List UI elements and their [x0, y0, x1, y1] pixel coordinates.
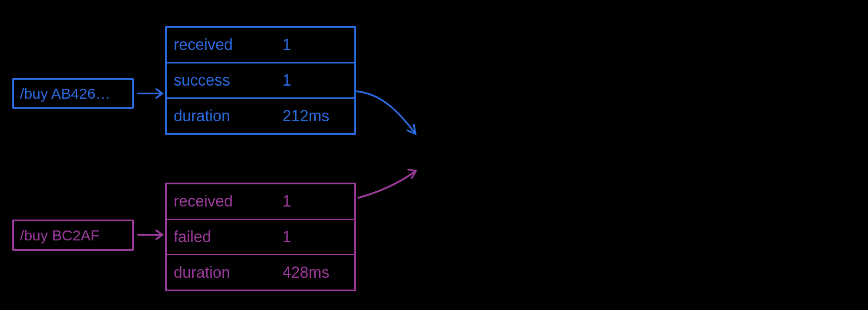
request-label-2: /buy BC2AF [20, 227, 99, 244]
metric-value: 212ms [283, 107, 354, 125]
metric-key: duration [167, 107, 283, 125]
request-label-1: /buy AB426… [20, 85, 110, 102]
metric-key: duration [167, 263, 283, 282]
metric-value: 428ms [283, 263, 354, 282]
arrow-icon [138, 230, 162, 239]
metrics-table-2: received 1 failed 1 duration 428ms [165, 183, 356, 291]
metric-key: success [167, 71, 283, 90]
table-row: received 1 [167, 184, 354, 219]
request-box-2: /buy BC2AF [12, 220, 134, 251]
table-row: duration 428ms [167, 254, 354, 290]
table-row: duration 212ms [167, 97, 354, 133]
metric-key: failed [167, 228, 283, 246]
metric-key: received [167, 192, 283, 210]
metrics-table-1: received 1 success 1 duration 212ms [165, 26, 356, 135]
arrows-layer [0, 0, 868, 310]
table-row: received 1 [167, 28, 354, 62]
metric-key: received [167, 36, 283, 54]
arrow-icon [358, 170, 416, 198]
metric-value: 1 [283, 71, 354, 90]
arrow-icon [138, 89, 162, 98]
metric-value: 1 [283, 192, 354, 210]
metric-value: 1 [283, 228, 354, 246]
arrow-icon [356, 91, 416, 134]
table-row: failed 1 [167, 219, 354, 254]
request-box-1: /buy AB426… [12, 78, 134, 109]
diagram-stage: /buy AB426… received 1 success 1 duratio… [0, 0, 868, 310]
table-row: success 1 [167, 62, 354, 98]
metric-value: 1 [283, 36, 354, 54]
